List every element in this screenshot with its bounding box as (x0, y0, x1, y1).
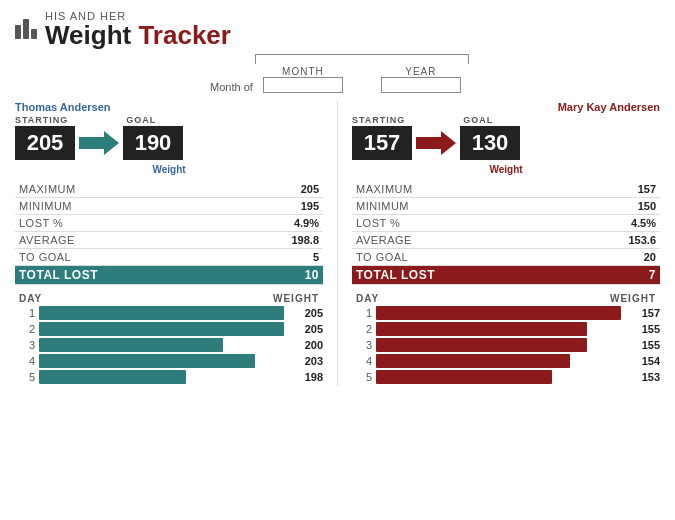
her-day-4: 4 (352, 355, 372, 367)
his-goal-box: 190 (123, 126, 183, 160)
her-maximum-label: MAXIMUM (352, 181, 571, 198)
her-to-goal-label: TO GOAL (352, 249, 571, 266)
his-day-1: 1 (15, 307, 35, 319)
her-goal-box: 130 (460, 126, 520, 160)
his-weight-3: 200 (288, 339, 323, 351)
her-chart-weight-label: WEIGHT (610, 293, 656, 304)
her-lost-pct-value: 4.5% (571, 215, 660, 232)
his-total-lost-label: TOTAL LOST (15, 266, 234, 285)
month-of-label: Month of (210, 81, 253, 93)
his-maximum-value: 205 (234, 181, 323, 198)
his-chart-day-label: DAY (19, 293, 42, 304)
her-day-1: 1 (352, 307, 372, 319)
his-bar-container-1 (39, 306, 284, 320)
her-bar-3 (376, 338, 587, 352)
year-col: YEAR (381, 66, 461, 93)
logo-icon (15, 19, 37, 39)
her-weight-5: 153 (625, 371, 660, 383)
his-day-4: 4 (15, 355, 35, 367)
her-bar-container-4 (376, 354, 621, 368)
his-bar-3 (39, 338, 223, 352)
her-total-lost-row: TOTAL LOST 7 (352, 266, 660, 285)
his-bar-2 (39, 322, 284, 336)
his-day-3: 3 (15, 339, 35, 351)
her-to-goal-row: TO GOAL 20 (352, 249, 660, 266)
his-to-goal-row: TO GOAL 5 (15, 249, 323, 266)
his-bar-container-2 (39, 322, 284, 336)
her-weight-4: 154 (625, 355, 660, 367)
her-average-value: 153.6 (571, 232, 660, 249)
logo-bar-2 (23, 19, 29, 39)
her-weight-1: 157 (625, 307, 660, 319)
month-col: MONTH (263, 66, 343, 93)
his-total-lost-value: 10 (234, 266, 323, 285)
his-bar-1 (39, 306, 284, 320)
her-chart-row-5: 5 153 (352, 370, 660, 384)
month-label: MONTH (282, 66, 324, 77)
his-day-5: 5 (15, 371, 35, 383)
his-maximum-label: MAXIMUM (15, 181, 234, 198)
his-minimum-row: MINIMUM 195 (15, 198, 323, 215)
his-bar-5 (39, 370, 186, 384)
her-stats-table: MAXIMUM 157 MINIMUM 150 LOST % 4.5% AVER… (352, 181, 660, 285)
title-block: HIS AND HER Weight Tracker (45, 10, 231, 48)
her-total-lost-label: TOTAL LOST (352, 266, 571, 285)
his-weight-4: 203 (288, 355, 323, 367)
her-name: Mary Kay Andersen (352, 101, 660, 113)
his-bar-container-4 (39, 354, 284, 368)
his-chart-row-5: 5 198 (15, 370, 323, 384)
her-weight-3: 155 (625, 339, 660, 351)
his-average-label: AVERAGE (15, 232, 234, 249)
her-minimum-label: MINIMUM (352, 198, 571, 215)
her-arrow (416, 129, 456, 157)
month-input[interactable] (263, 77, 343, 93)
his-average-row: AVERAGE 198.8 (15, 232, 323, 249)
logo-bar-1 (15, 25, 21, 39)
her-day-5: 5 (352, 371, 372, 383)
header: HIS AND HER Weight Tracker (15, 10, 660, 48)
svg-marker-1 (416, 131, 456, 155)
her-sg-labels: STARTING GOAL (352, 115, 660, 125)
her-day-3: 3 (352, 339, 372, 351)
her-bar-container-1 (376, 306, 621, 320)
his-starting-label: STARTING (15, 115, 68, 125)
her-minimum-row: MINIMUM 150 (352, 198, 660, 215)
his-average-value: 198.8 (234, 232, 323, 249)
her-average-label: AVERAGE (352, 232, 571, 249)
his-chart-header: DAY WEIGHT (15, 293, 323, 304)
her-chart-row-4: 4 154 (352, 354, 660, 368)
panels: Thomas Andersen STARTING GOAL 205 190 We… (15, 101, 660, 386)
his-sg-labels: STARTING GOAL (15, 115, 323, 125)
red-arrow-icon (416, 129, 456, 157)
his-chart: DAY WEIGHT 1 205 2 205 3 200 (15, 293, 323, 384)
app-title: Weight Tracker (45, 22, 231, 48)
her-chart-row-1: 1 157 (352, 306, 660, 320)
her-goal-label: GOAL (463, 115, 493, 125)
his-to-goal-label: TO GOAL (15, 249, 234, 266)
her-day-2: 2 (352, 323, 372, 335)
his-minimum-label: MINIMUM (15, 198, 234, 215)
his-chart-row-1: 1 205 (15, 306, 323, 320)
her-starting-label: STARTING (352, 115, 405, 125)
svg-marker-0 (79, 131, 119, 155)
her-chart-row-3: 3 155 (352, 338, 660, 352)
his-chart-row-4: 4 203 (15, 354, 323, 368)
his-maximum-row: MAXIMUM 205 (15, 181, 323, 198)
her-weight-boxes: 157 130 (352, 126, 660, 160)
her-bar-container-2 (376, 322, 621, 336)
her-chart-header: DAY WEIGHT (352, 293, 660, 304)
his-lost-pct-value: 4.9% (234, 215, 323, 232)
his-stats-table: MAXIMUM 205 MINIMUM 195 LOST % 4.9% AVER… (15, 181, 323, 285)
his-to-goal-value: 5 (234, 249, 323, 266)
his-bar-4 (39, 354, 255, 368)
year-input[interactable] (381, 77, 461, 93)
her-bar-1 (376, 306, 621, 320)
his-bar-container-5 (39, 370, 284, 384)
app-container: HIS AND HER Weight Tracker Month of MONT… (0, 0, 675, 396)
his-panel: Thomas Andersen STARTING GOAL 205 190 We… (15, 101, 323, 386)
his-minimum-value: 195 (234, 198, 323, 215)
her-maximum-value: 157 (571, 181, 660, 198)
title-weight: Weight (45, 20, 131, 50)
his-chart-weight-label: WEIGHT (273, 293, 319, 304)
his-goal-label: GOAL (126, 115, 156, 125)
